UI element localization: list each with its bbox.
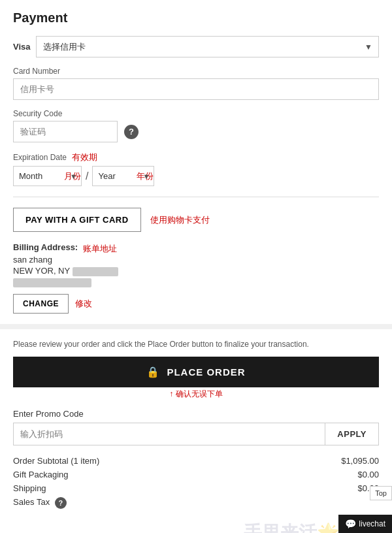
subtotal-value: $1,095.00 <box>341 456 379 466</box>
credit-card-select-wrapper: 选择信用卡 ▼ <box>36 36 379 57</box>
confirm-red-text: 确认无误下单 <box>176 389 223 398</box>
change-button[interactable]: CHANGE <box>13 294 69 314</box>
card-number-group: Card Number <box>13 67 379 100</box>
promo-label: Enter Promo Code <box>13 409 379 419</box>
order-section: Please review your order and click the P… <box>0 329 392 533</box>
gift-card-row: PAY WITH A GIFT CARD 使用购物卡支付 <box>13 208 379 232</box>
sales-tax-help-icon[interactable]: ? <box>55 497 67 509</box>
chat-icon: 💬 <box>345 519 356 529</box>
promo-input[interactable] <box>13 423 325 445</box>
divider-1 <box>13 197 379 197</box>
security-help-icon[interactable]: ? <box>124 125 139 139</box>
billing-address-red: 账单地址 <box>83 243 117 255</box>
review-text: Please review your order and click the P… <box>13 340 379 349</box>
apply-button[interactable]: APPLY <box>325 423 379 445</box>
shipping-label: Shipping <box>13 483 46 493</box>
billing-title-row: Billing Address: 账单地址 <box>13 242 379 255</box>
billing-blurred-2 <box>13 278 91 287</box>
month-red-label: 月份 <box>60 170 81 182</box>
security-code-input[interactable] <box>13 121 118 142</box>
watermark-area: 手里来活🌟 <box>13 513 379 533</box>
watermark-text: 手里来活🌟 <box>244 521 340 533</box>
expiry-date-red: 有效期 <box>72 152 97 163</box>
gift-packaging-row: Gift Packaging $0.00 <box>13 470 379 479</box>
security-code-group: Security Code ? <box>13 109 379 142</box>
security-input-wrap <box>13 121 118 142</box>
visa-label: Visa <box>13 42 31 52</box>
expiry-selects-row: Month 月份 ▼ / Year 年份 ▼ <box>13 166 379 186</box>
billing-address-line <box>13 278 379 288</box>
card-number-input[interactable] <box>13 78 379 100</box>
change-row: CHANGE 修改 <box>13 294 379 314</box>
visa-row: Visa 选择信用卡 ▼ <box>13 36 379 57</box>
billing-address-label: Billing Address: <box>13 242 78 252</box>
livechat-label: livechat <box>359 519 385 528</box>
confirm-arrow-icon: ↑ <box>169 389 173 398</box>
top-button[interactable]: Top <box>370 486 392 500</box>
place-order-label: PLACE ORDER <box>167 366 245 378</box>
promo-row: APPLY <box>13 423 379 445</box>
subtotal-row: Order Subtotal (1 item) $1,095.00 <box>13 456 379 466</box>
expiry-label-row: Expiration Date 有效期 <box>13 152 379 163</box>
slash-divider: / <box>86 170 88 182</box>
gift-packaging-label: Gift Packaging <box>13 470 69 479</box>
order-summary: Order Subtotal (1 item) $1,095.00 Gift P… <box>13 456 379 509</box>
billing-blurred-1 <box>73 267 118 276</box>
livechat-button[interactable]: 💬 livechat <box>338 515 392 533</box>
card-number-label: Card Number <box>13 67 379 76</box>
sales-tax-row: Sales Tax ? <box>13 497 379 509</box>
expiry-date-label: Expiration Date <box>13 153 67 162</box>
billing-city: NEW YOR, NY <box>13 266 379 276</box>
subtotal-label: Order Subtotal (1 item) <box>13 456 99 466</box>
year-select-wrapper: Year 年份 ▼ <box>92 166 154 186</box>
sales-tax-label: Sales Tax ? <box>13 497 67 509</box>
credit-card-group: Visa 选择信用卡 ▼ <box>13 36 379 57</box>
change-red-label: 修改 <box>75 298 92 310</box>
year-red-label: 年份 <box>133 170 154 182</box>
gift-card-red-label: 使用购物卡支付 <box>150 214 210 226</box>
billing-address-section: Billing Address: 账单地址 san zhang NEW YOR,… <box>13 242 379 314</box>
lock-icon: 🔒 <box>146 366 160 378</box>
confirm-arrow-area: ↑ 确认无误下单 <box>13 389 379 400</box>
billing-name: san zhang <box>13 255 379 265</box>
gift-packaging-value: $0.00 <box>357 470 379 479</box>
month-select[interactable]: Month <box>14 167 60 186</box>
place-order-button[interactable]: 🔒 PLACE ORDER <box>13 357 379 387</box>
month-select-wrapper: Month 月份 ▼ <box>13 166 82 186</box>
payment-title: Payment <box>13 10 379 25</box>
expiration-group: Expiration Date 有效期 Month 月份 ▼ / Year 年份… <box>13 152 379 186</box>
year-select[interactable]: Year <box>93 167 133 186</box>
payment-section: Payment Visa 选择信用卡 ▼ Card Number Securit… <box>0 0 392 324</box>
shipping-row: Shipping $0.00 <box>13 483 379 493</box>
credit-card-select[interactable]: 选择信用卡 <box>36 36 379 57</box>
security-code-label: Security Code <box>13 109 379 118</box>
security-row: ? <box>13 121 379 142</box>
gift-card-button[interactable]: PAY WITH A GIFT CARD <box>13 208 141 232</box>
promo-section: Enter Promo Code APPLY <box>13 409 379 445</box>
